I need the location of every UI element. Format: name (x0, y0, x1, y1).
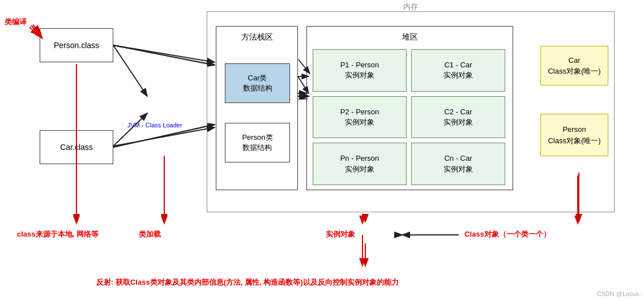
label-classobj: Class对象（一个类一个） (464, 229, 551, 239)
pn-person-cell: Pn - Person实例对象 (313, 143, 407, 185)
svg-line-23 (113, 45, 215, 65)
cn-car-cell: Cn - Car实例对象 (411, 143, 505, 185)
person-class-obj-label: PersonClass对象(唯一) (548, 124, 600, 146)
heap-box: 堆区 P1 - Person实例对象 C1 - Car实例对象 P2 - Per… (306, 26, 513, 190)
watermark: CSDN @Locus- (597, 290, 641, 297)
method-stack-label: 方法栈区 (216, 32, 297, 42)
p2-person-cell: P2 - Person实例对象 (313, 96, 407, 139)
car-class-label: Car.class (60, 143, 93, 152)
car-class-obj-label: CarClass对象(唯一) (548, 55, 600, 77)
c2-car-cell: C2 - Car实例对象 (411, 96, 505, 139)
memory-box: 内存 方法栈区 Car类数据结构 Person类数据结构 堆区 P1 - Per… (207, 11, 615, 212)
svg-line-6 (113, 113, 147, 146)
person-class-box: Person.class (40, 28, 113, 62)
svg-line-30 (113, 45, 215, 65)
car-data-box: Car类数据结构 (225, 63, 290, 103)
label-instance: 实例对象 (326, 229, 355, 239)
svg-line-20 (113, 127, 215, 146)
label-reflection: 反射: 获取Class类对象及其类内部信息(方法, 属性, 构造函数等)以及反向… (96, 277, 399, 288)
svg-line-19 (113, 45, 215, 62)
memory-label: 内存 (207, 2, 614, 12)
label-source: class来源于本地, 网络等 (17, 229, 99, 239)
label-compile: 类编译 (5, 17, 27, 27)
jvm-classloader-label: JVM - Class Loader (127, 122, 182, 128)
person-class-obj-box: PersonClass对象(唯一) (540, 114, 608, 156)
svg-line-5 (113, 45, 147, 96)
car-data-label: Car类数据结构 (243, 73, 272, 93)
method-stack-box: 方法栈区 Car类数据结构 Person类数据结构 (216, 26, 298, 190)
p1-person-cell: P1 - Person实例对象 (313, 49, 407, 92)
car-class-box: Car.class (40, 130, 113, 164)
car-class-obj-box: CarClass对象(唯一) (540, 46, 608, 85)
person-class-label: Person.class (54, 41, 99, 50)
instance-grid: P1 - Person实例对象 C1 - Car实例对象 P2 - Person… (313, 49, 505, 185)
label-classload: 类加载 (139, 229, 161, 239)
person-data-label: Person类数据结构 (242, 132, 272, 153)
svg-line-22 (29, 27, 39, 35)
person-data-box: Person类数据结构 (225, 123, 290, 162)
c1-car-cell: C1 - Car实例对象 (411, 49, 505, 92)
heap-label: 堆区 (307, 32, 513, 42)
diagram-container: 类编译 Person.class Car.class JVM - Class L… (0, 0, 644, 300)
